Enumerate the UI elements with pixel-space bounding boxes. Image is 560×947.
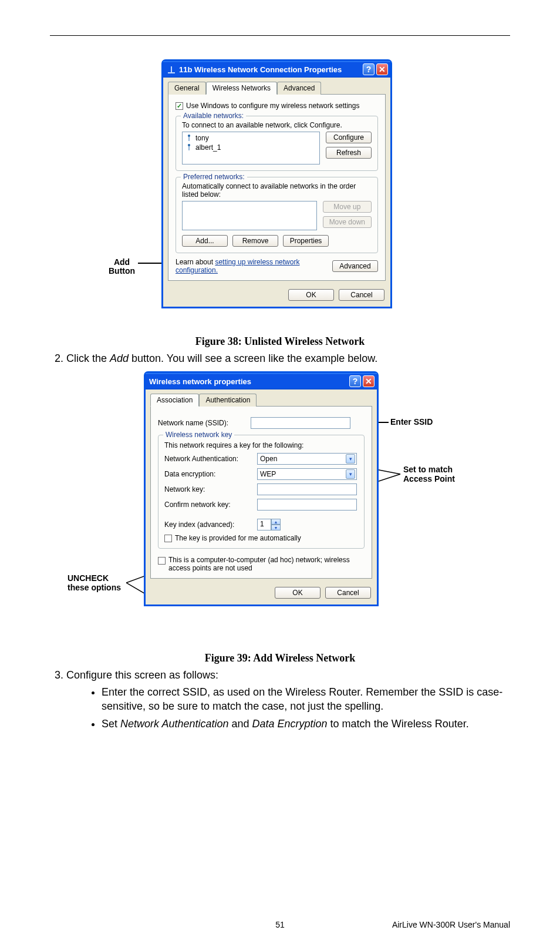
tab-advanced[interactable]: Advanced bbox=[277, 82, 321, 95]
checkbox-box-unchecked bbox=[164, 535, 172, 542]
tabstrip: General Wireless Networks Advanced bbox=[163, 78, 390, 94]
wireless-icon bbox=[167, 65, 176, 74]
available-networks-legend: Available networks: bbox=[181, 112, 246, 120]
move-up-button[interactable]: Move up bbox=[323, 201, 372, 213]
confirm-key-label: Confirm network key: bbox=[164, 501, 252, 509]
manual-name: AirLive WN-300R User's Manual bbox=[392, 920, 510, 929]
ok-button-2[interactable]: OK bbox=[275, 587, 321, 599]
confirm-key-input[interactable] bbox=[257, 499, 357, 511]
step-2: Click the Add button. You will see a scr… bbox=[66, 351, 510, 365]
available-networks-list[interactable]: tony albert_1 bbox=[182, 132, 320, 164]
data-encryption-select[interactable]: WEP ▾ bbox=[257, 468, 357, 480]
tab-page-2: Network name (SSID): Wireless network ke… bbox=[150, 406, 372, 579]
preferred-networks-fieldset: Preferred networks: Automatically connec… bbox=[176, 177, 378, 253]
cancel-button-2[interactable]: Cancel bbox=[325, 587, 371, 599]
tab-association[interactable]: Association bbox=[150, 394, 199, 407]
configure-button[interactable]: Configure bbox=[326, 132, 372, 143]
checkbox-box-checked: ✓ bbox=[176, 102, 183, 110]
available-help-text: To connect to an available network, clic… bbox=[182, 121, 372, 129]
move-down-button[interactable]: Move down bbox=[323, 216, 372, 228]
wireless-key-help: This network requires a key for the foll… bbox=[164, 441, 358, 449]
network-key-label: Network key: bbox=[164, 485, 252, 493]
annotation-set-match: Set to match Access Point bbox=[403, 465, 455, 483]
instruction-list-step2: Click the Add button. You will see a scr… bbox=[50, 351, 510, 365]
help-button-2[interactable]: ? bbox=[349, 375, 361, 387]
spinner-down-icon[interactable]: ▼ bbox=[271, 525, 281, 530]
tab-wireless-networks[interactable]: Wireless Networks bbox=[206, 82, 277, 95]
adhoc-checkbox[interactable]: This is a computer-to-computer (ad hoc) … bbox=[158, 556, 365, 572]
use-windows-checkbox[interactable]: ✓ Use Windows to configure my wireless n… bbox=[176, 102, 378, 110]
antenna-icon bbox=[185, 143, 193, 152]
titlebar[interactable]: 11b Wireless Network Connection Properti… bbox=[163, 61, 390, 78]
wireless-key-legend: Wireless network key bbox=[163, 431, 234, 439]
tab-general[interactable]: General bbox=[168, 82, 206, 95]
preferred-help-text: Automatically connect to available netwo… bbox=[182, 182, 372, 199]
properties-button[interactable]: Properties bbox=[283, 235, 329, 247]
bullet-auth: Set Network Authentication and Data Encr… bbox=[102, 717, 510, 731]
network-auth-select[interactable]: Open ▾ bbox=[257, 453, 357, 465]
page-top-rule bbox=[50, 35, 510, 36]
dialog-wireless-properties: Wireless network properties ? ✕ Associat… bbox=[144, 371, 379, 606]
svg-point-2 bbox=[188, 135, 190, 137]
use-windows-label: Use Windows to configure my wireless net… bbox=[186, 102, 359, 110]
step-3: Configure this screen as follows: Enter … bbox=[66, 668, 510, 731]
dialog-footer: OK Cancel bbox=[163, 286, 390, 307]
learn-about-text: Learn about setting up wireless network … bbox=[176, 258, 328, 274]
dialog-2-footer: OK Cancel bbox=[146, 583, 377, 605]
titlebar-text: 11b Wireless Network Connection Properti… bbox=[179, 65, 361, 74]
network-item-albert1[interactable]: albert_1 bbox=[184, 143, 318, 152]
available-networks-fieldset: Available networks: To connect to an ava… bbox=[176, 116, 378, 171]
svg-rect-0 bbox=[171, 66, 172, 72]
network-key-input[interactable] bbox=[257, 483, 357, 495]
figure-39-area: UNCHECK these options Enter SSID Set to … bbox=[50, 371, 510, 647]
chevron-down-icon: ▾ bbox=[346, 454, 355, 464]
wireless-key-fieldset: Wireless network key This network requir… bbox=[158, 435, 365, 549]
remove-button[interactable]: Remove bbox=[232, 235, 278, 247]
page-number: 51 bbox=[275, 920, 285, 929]
titlebar-2[interactable]: Wireless network properties ? ✕ bbox=[146, 373, 377, 389]
close-button[interactable]: ✕ bbox=[376, 63, 388, 75]
ssid-label: Network name (SSID): bbox=[158, 419, 246, 427]
refresh-button[interactable]: Refresh bbox=[326, 147, 372, 159]
cancel-button[interactable]: Cancel bbox=[339, 289, 384, 301]
preferred-networks-legend: Preferred networks: bbox=[181, 173, 247, 181]
preferred-networks-list[interactable] bbox=[182, 201, 317, 230]
figure-38-area: Add Button 11b Wireless Network Connecti… bbox=[50, 59, 510, 330]
help-button[interactable]: ? bbox=[363, 63, 375, 75]
key-index-spinner[interactable]: 1 ▲▼ bbox=[257, 519, 281, 530]
ssid-input[interactable] bbox=[251, 417, 350, 429]
bullet-ssid: Enter the correct SSID, as used on the W… bbox=[102, 685, 510, 714]
auto-key-checkbox[interactable]: The key is provided for me automatically bbox=[164, 534, 358, 542]
network-auth-label: Network Authentication: bbox=[164, 455, 252, 463]
tab-page: ✓ Use Windows to configure my wireless n… bbox=[168, 94, 386, 281]
figure-39-caption: Figure 39: Add Wireless Network bbox=[50, 652, 510, 664]
checkbox-box-unchecked bbox=[158, 557, 166, 565]
dialog-connection-properties: 11b Wireless Network Connection Properti… bbox=[161, 59, 392, 308]
spinner-up-icon[interactable]: ▲ bbox=[271, 519, 281, 525]
ok-button[interactable]: OK bbox=[288, 289, 334, 301]
add-button[interactable]: Add... bbox=[182, 235, 228, 247]
figure-38-caption: Figure 38: Unlisted Wireless Network bbox=[50, 335, 510, 348]
tabstrip-2: Association Authentication bbox=[146, 389, 377, 406]
network-item-tony[interactable]: tony bbox=[184, 133, 318, 143]
chevron-down-icon: ▾ bbox=[346, 469, 355, 479]
instruction-list-step3: Configure this screen as follows: Enter … bbox=[50, 668, 510, 731]
data-encryption-label: Data encryption: bbox=[164, 470, 252, 478]
annotation-enter-ssid: Enter SSID bbox=[390, 417, 433, 427]
key-index-label: Key index (advanced): bbox=[164, 520, 252, 529]
titlebar-2-text: Wireless network properties bbox=[149, 377, 348, 386]
antenna-icon bbox=[185, 134, 193, 142]
annotation-uncheck: UNCHECK these options bbox=[68, 573, 121, 592]
tab-authentication[interactable]: Authentication bbox=[199, 394, 257, 407]
close-button-2[interactable]: ✕ bbox=[363, 375, 375, 387]
svg-point-4 bbox=[188, 144, 190, 146]
annotation-add-button: Add Button bbox=[109, 258, 135, 276]
page-footer: 51 AirLive WN-300R User's Manual bbox=[50, 920, 510, 929]
advanced-button[interactable]: Advanced bbox=[332, 260, 378, 272]
